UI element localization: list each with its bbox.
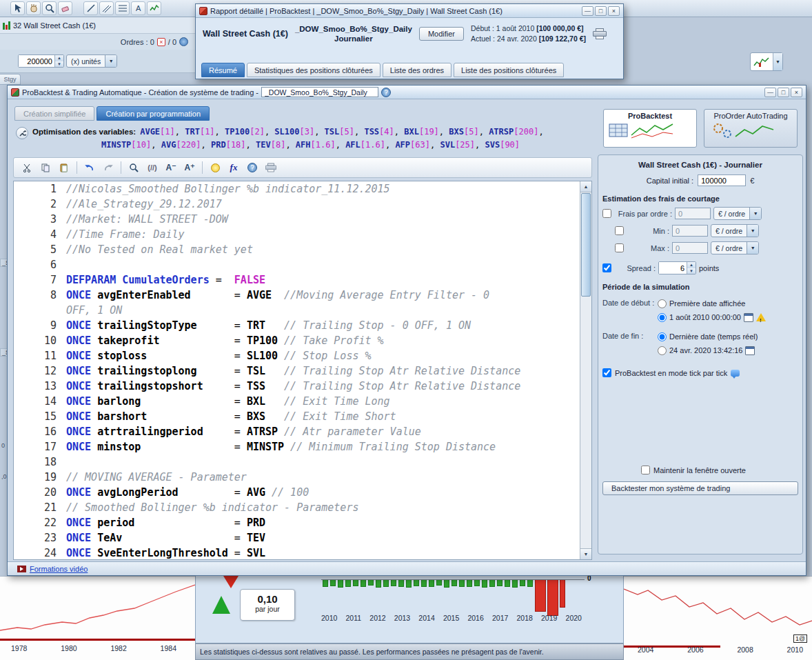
code-line[interactable]: 10ONCE takeprofit = TP100 // Take Profit… — [14, 333, 580, 348]
end-date-radio[interactable] — [658, 346, 667, 355]
code-line[interactable]: 13ONCE trailingstopshort = TSS // Traili… — [14, 379, 580, 394]
editor-scrollbar[interactable]: ▲ ▼ — [580, 181, 591, 559]
font-increase-icon[interactable]: A⁺ — [182, 160, 197, 175]
tab-proorder[interactable]: ProOrder AutoTrading — [704, 109, 798, 148]
hand-tool-icon[interactable] — [26, 1, 41, 15]
code-line[interactable]: 17ONCE minstop = MINSTP // Minimum Trail… — [14, 439, 580, 454]
text-tool-icon[interactable]: A — [131, 1, 145, 15]
maximize-button[interactable]: □ — [595, 6, 607, 16]
hint-icon[interactable] — [207, 160, 223, 175]
print-icon[interactable] — [263, 160, 278, 175]
font-decrease-icon[interactable]: A⁻ — [163, 160, 179, 175]
tab-simple-creation[interactable]: Création simplifiée — [14, 106, 94, 121]
keep-open-checkbox[interactable] — [641, 466, 650, 474]
tick-mode-checkbox[interactable] — [602, 368, 611, 377]
code-editor[interactable]: 1//Nicolas_Smoothed Bollinger %b indicat… — [13, 181, 592, 560]
code-line[interactable]: 18 — [14, 454, 580, 470]
code-lines[interactable]: 1//Nicolas_Smoothed Bollinger %b indicat… — [14, 181, 580, 559]
chevron-down-icon[interactable]: ▼ — [773, 53, 782, 70]
chevron-down-icon[interactable]: ▼ — [105, 55, 116, 67]
code-line[interactable]: 3//Market: WALL STREET -DOW — [14, 212, 580, 227]
minimize-button[interactable]: — — [582, 6, 593, 16]
code-line[interactable]: 8ONCE avgEnterEnabled = AVGE //Moving Av… — [14, 288, 580, 318]
search-icon[interactable] — [126, 160, 141, 175]
minimize-button[interactable]: — — [764, 88, 776, 97]
spread-input[interactable] — [659, 262, 687, 274]
capital-input[interactable] — [698, 174, 746, 186]
function-icon[interactable]: fx — [226, 160, 241, 175]
strategy-name-field[interactable] — [261, 87, 378, 97]
close-button[interactable]: × — [608, 6, 620, 16]
tab-programming-creation[interactable]: Création par programmation — [97, 106, 210, 121]
modify-button[interactable]: Modifier — [419, 27, 464, 41]
quantity-stepper[interactable]: ▲▼ — [18, 54, 64, 68]
zoom-tool-icon[interactable] — [42, 1, 57, 15]
indicator-tool-icon[interactable] — [147, 1, 161, 15]
fee-min-checkbox[interactable] — [615, 226, 624, 235]
code-line[interactable]: 6 — [14, 257, 580, 272]
unit-select[interactable]: (x) unités ▼ — [66, 54, 117, 68]
quantity-arrows[interactable]: ▲▼ — [54, 55, 63, 67]
print-icon[interactable] — [593, 28, 607, 39]
start-date-radio[interactable] — [658, 313, 667, 322]
report-tab[interactable]: Résumé — [201, 63, 245, 77]
code-line[interactable]: 9ONCE trailingStopType = TRT // Trailing… — [14, 318, 580, 333]
calendar-icon[interactable] — [744, 313, 753, 322]
cursor-tool-icon[interactable] — [10, 1, 25, 15]
paste-icon[interactable] — [57, 160, 72, 175]
fee-max-checkbox[interactable] — [615, 243, 624, 252]
report-tab[interactable]: Liste des ordres — [383, 63, 451, 77]
calendar-icon[interactable] — [745, 346, 755, 355]
fee-min-input[interactable] — [672, 225, 708, 237]
main-titlebar[interactable]: ProBacktest & Trading Automatique - Créa… — [8, 86, 806, 99]
chevron-down-icon[interactable]: ▼ — [747, 225, 758, 237]
scroll-down-icon[interactable]: ▼ — [580, 548, 591, 559]
code-line[interactable]: 1//Nicolas_Smoothed Bollinger %b indicat… — [14, 181, 580, 197]
code-line[interactable]: 12ONCE trailingstoplong = TSL // Trailin… — [14, 363, 580, 379]
tab-probacktest[interactable]: ProBacktest — [603, 109, 697, 148]
fibonacci-tool-icon[interactable] — [115, 1, 130, 15]
code-line[interactable]: 23ONCE TeAv = TEV — [14, 530, 580, 546]
fee-max-input[interactable] — [672, 242, 708, 254]
close-button[interactable]: × — [791, 88, 802, 97]
maximize-button[interactable]: □ — [778, 88, 789, 97]
code-line[interactable]: 15ONCE barshort = BXS // Exit Time Short — [14, 409, 580, 424]
report-tab[interactable]: Liste des positions clôturées — [454, 63, 564, 77]
fee-min-unit-select[interactable]: € / ordre▼ — [711, 224, 759, 237]
code-line[interactable]: 24ONCE SveEnterLongThreshold = SVL — [14, 546, 580, 559]
code-line[interactable]: 14ONCE barlong = BXL // Exit Time Long — [14, 394, 580, 409]
code-line[interactable]: 22ONCE period = PRD — [14, 515, 580, 530]
autotrading-gear-icon[interactable] — [179, 37, 188, 46]
code-line[interactable]: 4//Time Frame: Daily — [14, 227, 580, 242]
video-trainings-link[interactable]: Formations vidéo — [30, 565, 88, 573]
code-line[interactable]: 2//Ale_Strategy_29.12.2017 — [14, 197, 580, 212]
code-line[interactable]: 5//No Tested on Real market yet — [14, 242, 580, 257]
scroll-thumb[interactable] — [581, 193, 591, 297]
start-first-radio[interactable] — [658, 299, 667, 308]
fee-order-input[interactable] — [675, 208, 711, 219]
spread-checkbox[interactable] — [602, 263, 611, 272]
wrench-icon[interactable] — [16, 127, 28, 139]
chevron-down-icon[interactable]: ▼ — [749, 208, 761, 219]
code-line[interactable]: 11ONCE stoploss = SL100 // Stop Loss % — [14, 348, 580, 363]
code-line[interactable]: 16ONCE atrtrailingperiod = ATRSP // Atr … — [14, 424, 580, 439]
spread-arrows[interactable]: ▲▼ — [687, 262, 696, 274]
backtest-button[interactable]: Backtester mon système de trading — [602, 481, 798, 495]
end-last-radio[interactable] — [658, 332, 667, 341]
channel-tool-icon[interactable] — [99, 1, 114, 15]
trendline-tool-icon[interactable] — [83, 1, 98, 15]
quantity-input[interactable] — [19, 55, 54, 67]
eraser-tool-icon[interactable] — [58, 1, 72, 15]
code-line[interactable]: 21// Smoothed Bollinger %b indicator - P… — [14, 500, 580, 515]
scroll-up-icon[interactable]: ▲ — [580, 181, 591, 192]
fee-order-unit-select[interactable]: € / ordre▼ — [713, 207, 762, 220]
redo-icon[interactable] — [101, 160, 116, 175]
report-titlebar[interactable]: Rapport détaillé | ProBacktest | _DOW_Sm… — [196, 4, 623, 18]
cut-icon[interactable] — [19, 160, 34, 175]
fee-order-checkbox[interactable] — [602, 209, 611, 218]
editor-help-icon[interactable]: ? — [245, 160, 260, 175]
cancel-orders-icon[interactable]: × — [157, 38, 165, 46]
chevron-down-icon[interactable]: ▼ — [747, 242, 758, 254]
code-line[interactable]: 7DEFPARAM CumulateOrders = FALSE — [14, 272, 580, 288]
help-icon[interactable]: ? — [381, 88, 391, 97]
